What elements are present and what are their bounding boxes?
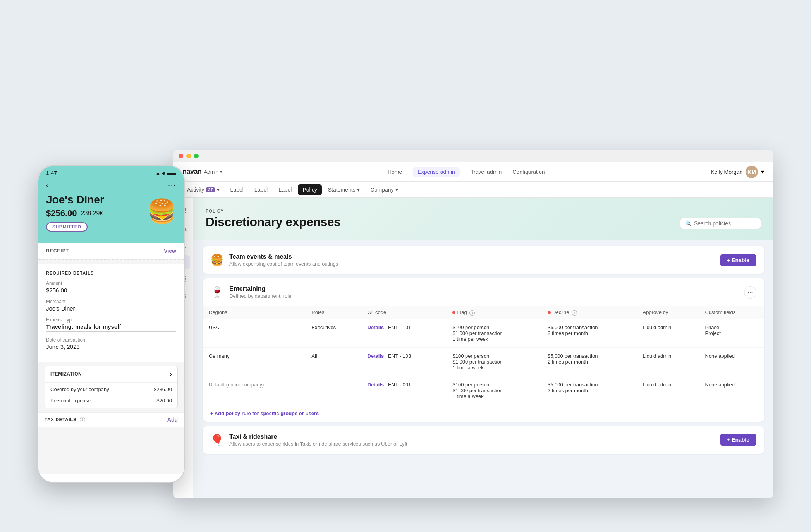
nav-expense-admin[interactable]: Expense admin: [413, 167, 460, 177]
tax-info-icon[interactable]: i: [80, 417, 85, 422]
more-button[interactable]: ···: [168, 181, 176, 189]
nav-configuration[interactable]: Configuration: [512, 167, 545, 177]
activity-badge: 27: [206, 187, 215, 192]
cell-region-3: Default (entire company): [203, 376, 305, 405]
date-label: Date of transaction: [46, 337, 176, 343]
tax-label: TAX DETAILS i: [45, 417, 85, 422]
app-logo: navan Admin ▾: [182, 168, 222, 176]
team-events-info: Team events & meals Allow expensing cost…: [229, 253, 338, 267]
cell-custom-3: None applied: [699, 376, 764, 405]
phone-header: 1:47 ▲◆▬▬ ‹ ···: [38, 166, 184, 194]
table-header-row: Regions Roles GL code Flag i Decline: [203, 306, 764, 319]
back-button[interactable]: ‹: [46, 181, 49, 190]
search-input[interactable]: [694, 220, 756, 227]
col-approve: Approve by: [637, 306, 699, 319]
cell-custom-2: None applied: [699, 347, 764, 376]
team-events-left: 🍔 Team events & meals Allow expensing co…: [210, 253, 338, 267]
amount-alt: 238.29€: [81, 210, 103, 217]
taxi-header: 🎈 Taxi & rideshare Allow users to expens…: [203, 426, 764, 454]
col-flag: Flag i: [446, 306, 541, 319]
tab-policy[interactable]: Policy: [298, 184, 321, 195]
company-dropdown-arrow: ▾: [395, 187, 398, 193]
table-row: USA Executives Details ENT - 101 $100 pe…: [203, 319, 764, 347]
tab-label-3[interactable]: Label: [274, 184, 296, 195]
nav-travel-admin[interactable]: Travel admin: [471, 167, 502, 177]
phone-status-icons: ▲◆▬▬: [156, 170, 176, 176]
taxi-icon: 🎈: [210, 434, 224, 446]
entertaining-more-button[interactable]: ···: [744, 286, 756, 299]
amount-field-value: $256.00: [46, 287, 176, 293]
enable-team-events-button[interactable]: + Enable: [720, 254, 756, 266]
statements-dropdown-arrow: ▾: [357, 187, 360, 193]
user-dropdown-arrow: ▾: [761, 168, 764, 175]
cell-approve-3: Liquid admin: [637, 376, 699, 405]
cell-gl-1: Details ENT - 101: [361, 319, 447, 347]
date-field: Date of transaction June 3, 2023: [46, 337, 176, 350]
logo-text: navan: [182, 168, 202, 176]
main-content: POLICY Discretionary expenses 🔍 🍔: [193, 198, 773, 498]
user-name: Kelly Morgan: [711, 169, 742, 175]
section-title: REQUIRED DETAILS: [46, 271, 176, 275]
tax-add-button[interactable]: Add: [167, 417, 178, 423]
mobile-phone: 1:47 ▲◆▬▬ ‹ ··· Joe's Diner $256.00 238.…: [38, 165, 185, 483]
itemization-label-2: Personal expense: [50, 398, 91, 403]
policy-card-team-events: 🍔 Team events & meals Allow expensing co…: [203, 246, 764, 274]
policy-header: POLICY Discretionary expenses 🔍: [193, 198, 773, 240]
cell-approve-2: Liquid admin: [637, 347, 699, 376]
amount-value: $256.00: [46, 208, 77, 218]
flag-dot: [452, 311, 455, 314]
minimize-button[interactable]: [186, 154, 191, 158]
flag-info-icon[interactable]: i: [469, 310, 475, 316]
policy-label: POLICY: [206, 209, 340, 213]
expense-type-label: Expense type: [46, 317, 176, 323]
phone-status-bar: 1:47 ▲◆▬▬: [46, 170, 176, 176]
merchant-label: Merchant: [46, 299, 176, 304]
decline-info-icon[interactable]: i: [572, 310, 577, 316]
team-events-icon: 🍔: [210, 254, 224, 266]
search-box[interactable]: 🔍: [680, 218, 761, 229]
tab-label-1[interactable]: Label: [226, 184, 248, 195]
logo-dropdown-arrow[interactable]: ▾: [220, 170, 222, 174]
decline-dot: [548, 311, 551, 314]
taxi-desc: Allow users to expense rides in Taxis or…: [229, 441, 407, 447]
receipt-view-button[interactable]: View: [164, 248, 176, 254]
tab-statements[interactable]: Statements ▾: [323, 184, 364, 195]
itemization-value-1: $236.00: [154, 386, 172, 392]
taxi-left: 🎈 Taxi & rideshare Allow users to expens…: [210, 433, 407, 447]
required-details-section: REQUIRED DETAILS Amount $256.00 Merchant…: [38, 264, 184, 362]
expense-type-value: Traveling: meals for myself: [46, 323, 176, 332]
maximize-button[interactable]: [194, 154, 199, 158]
add-policy-rule-link[interactable]: + Add policy rule for specific groups or…: [203, 405, 764, 422]
nav-home[interactable]: Home: [388, 167, 402, 177]
table-row: Default (entire company) Details ENT - 0…: [203, 376, 764, 405]
itemization-value-2: $20.00: [156, 398, 172, 403]
details-link-2[interactable]: Details: [368, 353, 384, 359]
policy-card-entertaining: 🍷 Entertaining Defined by department, ro…: [203, 278, 764, 422]
desktop-app: navan Admin ▾ Home Expense admin Travel …: [173, 150, 773, 498]
col-roles: Roles: [305, 306, 361, 319]
close-button[interactable]: [179, 154, 183, 158]
admin-label: Admin: [204, 169, 218, 175]
phone-hero: Joe's Diner $256.00 238.29€ 🍔 SUBMITTED: [38, 194, 184, 243]
policies-list: 🍔 Team events & meals Allow expensing co…: [193, 240, 773, 460]
burger-icon: 🍔: [147, 197, 176, 225]
user-menu[interactable]: Kelly Morgan KM ▾: [711, 166, 764, 178]
phone-time: 1:47: [46, 170, 57, 176]
details-link-1[interactable]: Details: [368, 324, 384, 330]
cell-custom-1: Phase,Project: [699, 319, 764, 347]
entertaining-title: Entertaining: [229, 285, 291, 292]
merchant-field-value: Joe's Diner: [46, 305, 176, 312]
details-link-3[interactable]: Details: [368, 382, 384, 388]
desktop-content: POLICY Discretionary expenses 🔍 🍔: [173, 198, 773, 498]
phone-nav-bar: ‹ ···: [46, 179, 176, 194]
tab-activity[interactable]: Activity 27 ▾: [182, 184, 224, 195]
tab-label-2[interactable]: Label: [250, 184, 272, 195]
tab-company[interactable]: Company ▾: [366, 184, 403, 195]
team-events-desc: Allow expensing cost of team events and …: [229, 261, 338, 267]
enable-taxi-button[interactable]: + Enable: [720, 434, 756, 446]
cell-roles-1: Executives: [305, 319, 361, 347]
expense-type-field: Expense type Traveling: meals for myself: [46, 317, 176, 332]
table-row: Germany All Details ENT - 103 $100 per p…: [203, 347, 764, 376]
tax-row: TAX DETAILS i Add: [38, 412, 184, 427]
entertaining-header: 🍷 Entertaining Defined by department, ro…: [203, 278, 764, 306]
